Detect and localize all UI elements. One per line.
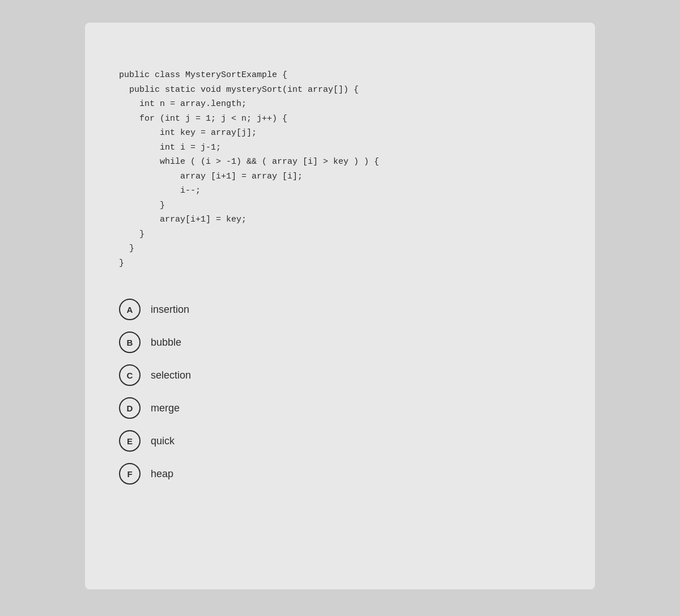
option-circle-d: D (119, 397, 141, 419)
option-label-c: selection (151, 369, 191, 381)
code-line-9: i--; (119, 184, 561, 198)
option-item-d[interactable]: Dmerge (119, 397, 561, 419)
code-line-6: int i = j-1; (119, 141, 561, 155)
code-line-12: } (119, 227, 561, 242)
option-label-f: heap (151, 468, 173, 480)
code-line-4: for (int j = 1; j < n; j++) { (119, 112, 561, 126)
code-line-10: } (119, 198, 561, 213)
option-label-a: insertion (151, 304, 189, 316)
option-item-e[interactable]: Equick (119, 430, 561, 452)
code-block: public class MysterySortExample { public… (119, 68, 561, 270)
code-line-3: int n = array.length; (119, 97, 561, 112)
options-container: AinsertionBbubbleCselectionDmergeEquickF… (119, 299, 561, 485)
main-container: public class MysterySortExample { public… (85, 23, 595, 589)
code-line-13: } (119, 241, 561, 256)
option-label-d: merge (151, 402, 180, 414)
option-circle-a: A (119, 299, 141, 320)
code-line-8: array [i+1] = array [i]; (119, 169, 561, 184)
option-item-c[interactable]: Cselection (119, 364, 561, 386)
option-item-f[interactable]: Fheap (119, 463, 561, 485)
option-circle-f: F (119, 463, 141, 485)
option-label-b: bubble (151, 337, 181, 349)
option-label-e: quick (151, 435, 175, 447)
code-line-5: int key = array[j]; (119, 126, 561, 141)
option-item-a[interactable]: Ainsertion (119, 299, 561, 320)
option-circle-e: E (119, 430, 141, 452)
code-line-11: array[i+1] = key; (119, 213, 561, 227)
code-line-7: while ( (i > -1) && ( array [i] > key ) … (119, 155, 561, 169)
code-line-1: public class MysterySortExample { (119, 68, 561, 83)
option-item-b[interactable]: Bbubble (119, 332, 561, 353)
option-circle-b: B (119, 332, 141, 353)
code-line-2: public static void mysterySort(int array… (119, 83, 561, 97)
code-line-14: } (119, 256, 561, 271)
option-circle-c: C (119, 364, 141, 386)
